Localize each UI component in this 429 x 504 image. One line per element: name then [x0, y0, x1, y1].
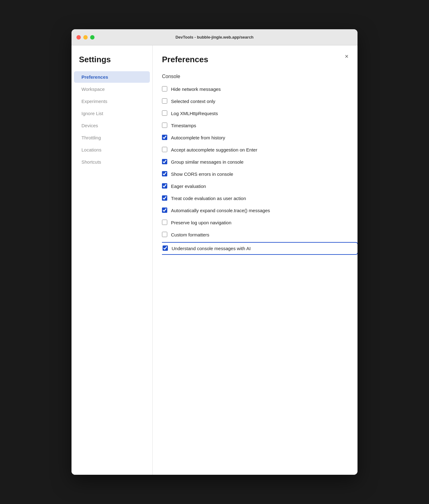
- log-xhr-checkbox[interactable]: [162, 110, 167, 116]
- checkbox-preserve-log: Preserve log upon navigation: [162, 217, 354, 229]
- autocomplete-history-label[interactable]: Autocomplete from history: [171, 134, 225, 141]
- window-title: DevTools - bubble-jingle.web.app/search: [175, 35, 253, 40]
- maximize-window-button[interactable]: [90, 35, 95, 40]
- checkbox-autocomplete-history: Autocomplete from history: [162, 132, 354, 144]
- selected-context-label[interactable]: Selected context only: [171, 98, 215, 105]
- titlebar-buttons: [76, 35, 95, 40]
- timestamps-label[interactable]: Timestamps: [171, 122, 196, 129]
- custom-formatters-checkbox[interactable]: [162, 232, 167, 237]
- log-xhr-label[interactable]: Log XMLHttpRequests: [171, 110, 218, 117]
- preserve-log-label[interactable]: Preserve log upon navigation: [171, 219, 231, 226]
- auto-expand-trace-label[interactable]: Automatically expand console.trace() mes…: [171, 207, 270, 214]
- eager-eval-checkbox[interactable]: [162, 183, 167, 189]
- checkbox-custom-formatters: Custom formatters: [162, 229, 354, 241]
- checkbox-auto-expand-trace: Automatically expand console.trace() mes…: [162, 204, 354, 217]
- sidebar-item-shortcuts[interactable]: Shortcuts: [74, 156, 150, 168]
- checkbox-show-cors: Show CORS errors in console: [162, 168, 354, 180]
- section-console-title: Console: [162, 74, 354, 79]
- content-area: Settings Preferences Workspace Experimen…: [72, 45, 358, 475]
- sidebar-item-locations[interactable]: Locations: [74, 144, 150, 156]
- main-content: × Preferences Console Hide network messa…: [152, 45, 358, 475]
- show-cors-checkbox[interactable]: [162, 171, 167, 176]
- devtools-window: DevTools - bubble-jingle.web.app/search …: [72, 29, 358, 475]
- sidebar: Settings Preferences Workspace Experimen…: [72, 45, 152, 475]
- checkbox-treat-code: Treat code evaluation as user action: [162, 192, 354, 204]
- accept-autocomplete-checkbox[interactable]: [162, 147, 167, 152]
- sidebar-item-preferences[interactable]: Preferences: [74, 71, 150, 83]
- checkbox-selected-context: Selected context only: [162, 95, 354, 107]
- page-title: Preferences: [162, 55, 358, 64]
- treat-code-label[interactable]: Treat code evaluation as user action: [171, 195, 246, 202]
- close-settings-button[interactable]: ×: [342, 52, 351, 61]
- sidebar-title: Settings: [72, 55, 152, 71]
- checkbox-eager-eval: Eager evaluation: [162, 180, 354, 192]
- understand-ai-checkbox[interactable]: [163, 245, 168, 251]
- show-cors-label[interactable]: Show CORS errors in console: [171, 171, 233, 177]
- eager-eval-label[interactable]: Eager evaluation: [171, 183, 206, 189]
- sidebar-item-devices[interactable]: Devices: [74, 120, 150, 131]
- checkbox-hide-network: Hide network messages: [162, 83, 354, 95]
- checkbox-timestamps: Timestamps: [162, 119, 354, 132]
- hide-network-label[interactable]: Hide network messages: [171, 86, 221, 92]
- checkbox-understand-ai-row: Understand console messages with AI: [162, 242, 358, 255]
- auto-expand-trace-checkbox[interactable]: [162, 208, 167, 213]
- scroll-area[interactable]: Console Hide network messages Selected c…: [162, 71, 358, 475]
- group-similar-checkbox[interactable]: [162, 159, 167, 164]
- checkbox-log-xhr: Log XMLHttpRequests: [162, 107, 354, 119]
- sidebar-item-ignore-list[interactable]: Ignore List: [74, 108, 150, 119]
- treat-code-checkbox[interactable]: [162, 195, 167, 201]
- custom-formatters-label[interactable]: Custom formatters: [171, 231, 209, 238]
- selected-context-checkbox[interactable]: [162, 98, 167, 104]
- accept-autocomplete-label[interactable]: Accept autocomplete suggestion on Enter: [171, 147, 257, 153]
- checkbox-group-similar: Group similar messages in console: [162, 156, 354, 168]
- titlebar: DevTools - bubble-jingle.web.app/search: [72, 29, 358, 45]
- autocomplete-history-checkbox[interactable]: [162, 135, 167, 140]
- group-similar-label[interactable]: Group similar messages in console: [171, 159, 243, 165]
- hide-network-checkbox[interactable]: [162, 86, 167, 91]
- timestamps-checkbox[interactable]: [162, 123, 167, 128]
- sidebar-item-experiments[interactable]: Experiments: [74, 96, 150, 107]
- sidebar-item-throttling[interactable]: Throttling: [74, 132, 150, 143]
- checkbox-accept-autocomplete: Accept autocomplete suggestion on Enter: [162, 144, 354, 156]
- sidebar-item-workspace[interactable]: Workspace: [74, 83, 150, 95]
- close-window-button[interactable]: [76, 35, 81, 40]
- preserve-log-checkbox[interactable]: [162, 220, 167, 225]
- understand-ai-label[interactable]: Understand console messages with AI: [172, 245, 251, 252]
- minimize-window-button[interactable]: [83, 35, 88, 40]
